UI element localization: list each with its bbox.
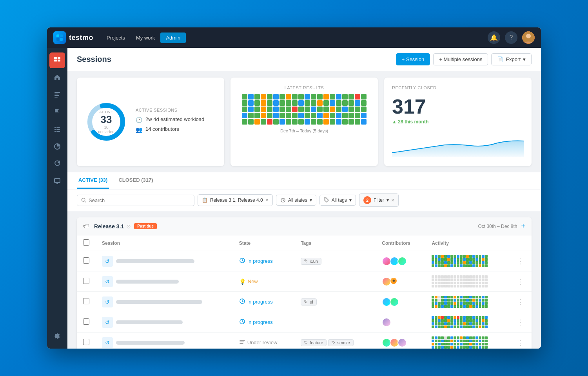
activity-cell — [466, 346, 469, 349]
latest-results-card: LATEST RESULTS Dec 7th – Today (5 days) — [230, 78, 378, 166]
state-filter[interactable]: All states ▾ — [276, 195, 316, 206]
row-checkbox-4[interactable] — [83, 339, 89, 345]
sidebar-item-refresh[interactable] — [49, 156, 65, 172]
sidebar-item-settings[interactable] — [49, 328, 65, 344]
help-icon[interactable]: ? — [505, 31, 517, 44]
search-box[interactable] — [77, 195, 194, 206]
release-header: 🏷 Release 3.1 ⊙ Past due Oct 30th – Dec … — [77, 217, 532, 235]
search-input[interactable] — [89, 197, 190, 203]
activity-cell — [482, 316, 485, 319]
session-cell: ↺ — [102, 256, 227, 267]
release-add-icon[interactable]: + — [521, 222, 525, 230]
activity-cell — [444, 261, 447, 264]
state-filter-icon — [280, 197, 286, 203]
export-button[interactable]: 📄 Export ▾ — [491, 53, 532, 65]
table-row: ↺ In progress ui⋮ — [77, 292, 532, 312]
milestone-close-icon[interactable]: × — [265, 197, 269, 203]
sidebar-item-home[interactable] — [49, 70, 65, 85]
activity-cell — [469, 316, 472, 319]
activity-cell — [482, 255, 485, 258]
activity-cell — [475, 299, 478, 302]
row-menu-icon[interactable]: ⋮ — [515, 318, 525, 326]
row-checkbox-3[interactable] — [83, 318, 89, 325]
activity-cell — [454, 275, 456, 278]
activity-cell — [441, 325, 444, 328]
active-sessions-info: ACTIVE SESSIONS 🕐 2w 4d estimated worklo… — [136, 108, 204, 136]
activity-cell — [435, 340, 437, 342]
activity-cell — [432, 319, 434, 322]
sidebar-item-flags[interactable] — [49, 104, 65, 120]
activity-cell — [447, 296, 450, 298]
session-cell: ↺ — [102, 317, 227, 328]
user-avatar[interactable] — [522, 31, 535, 44]
state-text: In progress — [247, 319, 273, 325]
nav-projects[interactable]: Projects — [101, 33, 131, 43]
activity-cell — [450, 275, 453, 278]
activity-cell — [447, 336, 450, 339]
th-contributors: Contributors — [376, 235, 425, 251]
filter-close-icon[interactable]: × — [391, 197, 394, 203]
nav-admin[interactable]: Admin — [160, 33, 186, 43]
sidebar-item-tests[interactable] — [49, 87, 65, 103]
nav-mywork[interactable]: My work — [131, 33, 160, 43]
sidebar-item-chart[interactable] — [49, 139, 65, 154]
notification-icon[interactable]: 🔔 — [488, 31, 500, 44]
activity-cell — [466, 255, 469, 258]
sessions-table: Session State Tags Contributors Activity… — [77, 235, 532, 349]
tab-closed[interactable]: CLOSED (317) — [117, 172, 154, 189]
activity-cell — [447, 258, 450, 261]
row-checkbox-0[interactable] — [83, 257, 89, 264]
add-session-button[interactable]: + Session — [396, 53, 430, 65]
sparkline-chart — [392, 129, 524, 158]
activity-cell — [460, 336, 463, 339]
activity-cell — [485, 343, 488, 345]
activity-cell — [441, 285, 444, 287]
tags-filter[interactable]: All tags ▾ — [319, 195, 356, 206]
activity-cell — [472, 336, 475, 339]
activity-cell — [441, 261, 444, 264]
special-indicator: ★ — [390, 277, 397, 285]
activity-cell — [475, 261, 478, 264]
row-menu-icon[interactable]: ⋮ — [515, 298, 525, 306]
svg-rect-0 — [56, 34, 59, 37]
activity-cell — [472, 305, 475, 308]
activity-cell — [463, 302, 466, 305]
activity-cell — [432, 325, 434, 328]
activity-cell — [475, 325, 478, 328]
row-menu-icon[interactable]: ⋮ — [515, 278, 525, 286]
sidebar-item-list[interactable] — [49, 121, 65, 137]
activity-cell — [466, 299, 469, 302]
activity-cell — [475, 282, 478, 284]
activity-cell — [472, 346, 475, 349]
row-checkbox-2[interactable] — [83, 298, 89, 304]
sidebar-item-sessions[interactable] — [49, 52, 65, 68]
activity-cell — [475, 340, 478, 342]
activity-cell — [463, 319, 466, 322]
select-all-checkbox[interactable] — [83, 239, 89, 246]
activity-cell — [460, 264, 463, 267]
contributors-row: 👥 14 contributors — [136, 126, 204, 133]
activity-cell — [463, 278, 466, 281]
tab-active[interactable]: ACTIVE (33) — [77, 172, 109, 189]
activity-cell — [482, 261, 485, 264]
row-checkbox-1[interactable] — [83, 278, 89, 284]
activity-cell — [466, 296, 469, 298]
activity-cell — [457, 325, 459, 328]
row-menu-icon[interactable]: ⋮ — [515, 257, 525, 265]
activity-cell — [475, 305, 478, 308]
activity-cell — [466, 258, 469, 261]
stats-row: ACTIVE 33 10 unstarted ACTIVE SESSIONS 🕐… — [67, 71, 541, 172]
milestone-filter[interactable]: 📋 Release 3.1, Release 4.0 × — [198, 194, 273, 206]
sidebar-item-monitor[interactable] — [49, 173, 65, 189]
add-multiple-sessions-button[interactable]: + Multiple sessions — [433, 53, 488, 65]
activity-cell — [432, 302, 434, 305]
activity-cell — [482, 258, 485, 261]
activity-cell — [472, 275, 475, 278]
row-menu-icon[interactable]: ⋮ — [515, 339, 525, 347]
activity-cell — [475, 346, 478, 349]
activity-cell — [432, 296, 434, 298]
recently-closed-month: ▲ 28 this month — [392, 119, 524, 125]
activity-cell — [435, 261, 437, 264]
activity-cell — [472, 258, 475, 261]
filter-button[interactable]: 2 Filter ▾ × — [359, 193, 399, 207]
